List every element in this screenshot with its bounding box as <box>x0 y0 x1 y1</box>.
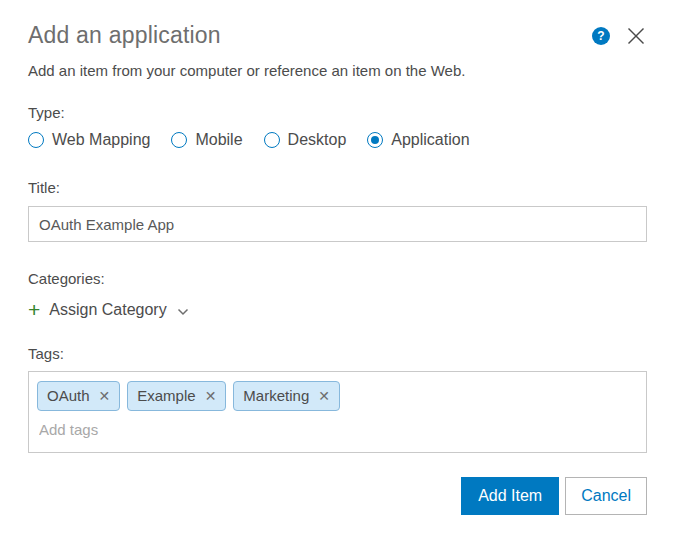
add-tags-input[interactable] <box>37 421 337 438</box>
dialog-subtitle: Add an item from your computer or refere… <box>28 62 647 80</box>
type-label: Type: <box>28 104 647 122</box>
close-icon[interactable] <box>625 25 647 47</box>
title-input[interactable] <box>28 206 647 242</box>
plus-icon: + <box>28 301 40 319</box>
tag-pill-marketing: Marketing ✕ <box>233 381 340 411</box>
radio-option-application[interactable]: Application <box>367 131 469 149</box>
categories-label: Categories: <box>28 270 647 288</box>
help-icon[interactable]: ? <box>592 27 610 45</box>
radio-icon <box>367 132 383 148</box>
tag-label: Marketing <box>243 387 309 404</box>
tag-remove-icon[interactable]: ✕ <box>99 389 111 403</box>
chevron-down-icon <box>177 308 189 316</box>
radio-label: Application <box>391 131 469 149</box>
add-item-button[interactable]: Add Item <box>461 477 559 515</box>
header-icons: ? <box>592 25 647 47</box>
radio-icon <box>264 132 280 148</box>
help-glyph: ? <box>597 30 604 42</box>
radio-icon <box>28 132 44 148</box>
radio-icon <box>171 132 187 148</box>
tags-input-container[interactable]: OAuth ✕ Example ✕ Marketing ✕ <box>28 371 647 453</box>
radio-option-mobile[interactable]: Mobile <box>171 131 242 149</box>
tags-label: Tags: <box>28 345 647 363</box>
tag-remove-icon[interactable]: ✕ <box>318 389 330 403</box>
tag-pill-example: Example ✕ <box>127 381 226 411</box>
tag-pill-row: OAuth ✕ Example ✕ Marketing ✕ <box>37 381 638 411</box>
radio-label: Web Mapping <box>52 131 150 149</box>
title-label: Title: <box>28 179 647 197</box>
radio-label: Desktop <box>288 131 347 149</box>
add-application-dialog: Add an application ? Add an item from yo… <box>0 0 675 547</box>
radio-option-web-mapping[interactable]: Web Mapping <box>28 131 150 149</box>
assign-category-label: Assign Category <box>49 301 166 319</box>
tag-label: OAuth <box>47 387 90 404</box>
tag-pill-oauth: OAuth ✕ <box>37 381 120 411</box>
tag-remove-icon[interactable]: ✕ <box>205 389 217 403</box>
assign-category-button[interactable]: + Assign Category <box>28 301 189 319</box>
type-radio-group: Web Mapping Mobile Desktop Application <box>28 131 647 149</box>
dialog-title: Add an application <box>28 21 221 49</box>
cancel-button[interactable]: Cancel <box>565 477 647 515</box>
dialog-footer: Add Item Cancel <box>28 477 647 515</box>
radio-option-desktop[interactable]: Desktop <box>264 131 347 149</box>
dialog-header: Add an application ? <box>28 0 647 49</box>
tag-label: Example <box>137 387 195 404</box>
radio-label: Mobile <box>195 131 242 149</box>
